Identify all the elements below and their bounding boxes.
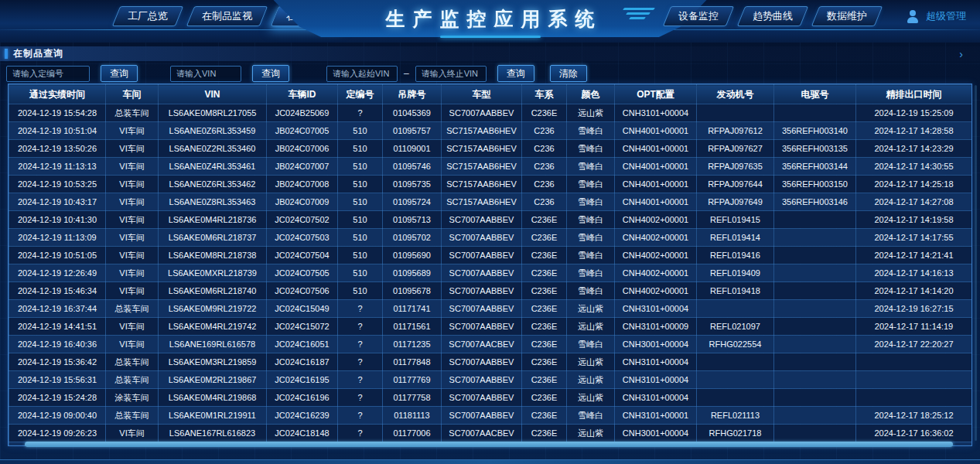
tab-data-maintenance[interactable]: 数据维护 — [811, 6, 883, 26]
table-cell: C236E — [522, 104, 567, 122]
table-cell — [774, 300, 856, 318]
tab-trend-curve[interactable]: 趋势曲线 — [737, 6, 809, 26]
table-cell: 01045369 — [383, 104, 442, 122]
table-row[interactable]: 2024-12-19 10:43:17VI车间LS6ANE0Z8RL353463… — [9, 193, 972, 211]
table-cell: SC7007AABBEV — [442, 104, 522, 122]
table-cell: LS6AKE0M6RL218737 — [159, 229, 267, 247]
table-row[interactable]: 2024-12-19 15:24:28涂装车间LS6AKE0M4RL219868… — [9, 389, 972, 407]
table-cell: JC024C16239 — [267, 407, 338, 425]
table-cell: SC7157AAB6HEV — [442, 176, 522, 193]
deco-lines-icon — [619, 8, 654, 23]
table-cell: 总装车间 — [106, 407, 159, 425]
table-cell: 2024-12-17 14:21:41 — [856, 247, 972, 264]
table-cell: 2024-12-19 16:37:44 — [9, 300, 106, 318]
table-cell — [774, 211, 856, 229]
table-cell: 2024-12-19 10:51:04 — [9, 122, 106, 140]
table-cell: SC7157AAB6HEV — [442, 140, 522, 158]
vin-end-input[interactable] — [415, 66, 487, 82]
vertical-scrollbar[interactable] — [975, 85, 977, 441]
table-row[interactable]: 2024-12-19 14:41:51VI车间LS6AKE0M4RL219742… — [9, 318, 972, 336]
vin-input[interactable] — [170, 66, 241, 82]
table-cell — [774, 407, 856, 425]
vin-start-input[interactable] — [326, 66, 398, 82]
table-cell: C236E — [522, 407, 567, 425]
table-cell: 510 — [338, 229, 383, 247]
table-row[interactable]: 2024-12-19 09:00:40总装车间LS6AKE0M1RL219911… — [9, 407, 972, 425]
search-toolbar: 查询 查询 – 查询 清除 — [6, 65, 587, 82]
table-row[interactable]: 2024-12-19 15:54:28总装车间LS6AKE0M8RL217055… — [9, 104, 972, 122]
table-cell: 远山紫 — [567, 371, 615, 389]
table-cell: REFL019415 — [697, 211, 774, 229]
fixed-number-input[interactable] — [6, 66, 90, 82]
table-cell: C236E — [522, 353, 567, 371]
range-separator: – — [404, 68, 409, 79]
table-cell: ? — [338, 318, 383, 336]
table-cell: CNH3101+00004 — [615, 389, 697, 407]
table-row[interactable]: 2024-12-19 13:50:26VI车间LS6ANE0Z2RL353460… — [9, 140, 972, 158]
table-cell: VI车间 — [106, 229, 159, 247]
table-cell: C236E — [522, 282, 567, 300]
clear-button[interactable]: 清除 — [550, 65, 587, 82]
table-cell: JC024C16195 — [267, 371, 338, 389]
table-cell: SC7007AABBEV — [442, 264, 522, 282]
table-cell: CNH4002+00001 — [615, 264, 697, 282]
table-cell: JC024C07506 — [267, 282, 338, 300]
table-row[interactable]: 2024-12-19 15:36:42总装车间LS6AKE0M3RL219859… — [9, 353, 972, 371]
table-cell: 雪峰白 — [567, 122, 615, 140]
table-row[interactable]: 2024-12-19 11:13:13VI车间LS6ANE0Z4RL353461… — [9, 158, 972, 176]
table-row[interactable]: 2024-12-19 15:46:34VI车间LS6AKE0M6RL218740… — [9, 282, 972, 300]
table-row[interactable]: 2024-12-19 10:41:30VI车间LS6AKE0M4RL218736… — [9, 211, 972, 229]
table-cell: 雪峰白 — [567, 211, 615, 229]
table-row[interactable]: 2024-12-19 10:51:05VI车间LS6AKE0M8RL218738… — [9, 247, 972, 264]
table-cell: SC7157AAB6HEV — [442, 193, 522, 211]
column-header: 发动机号 — [697, 85, 774, 104]
query-button-vin-range[interactable]: 查询 — [497, 65, 534, 82]
table-cell: 远山紫 — [567, 389, 615, 407]
column-header: OPT配置 — [615, 85, 697, 104]
table-row[interactable]: 2024-12-19 10:51:04VI车间LS6ANE0Z6RL353459… — [9, 122, 972, 140]
section-accent-bar — [5, 49, 8, 59]
table-row[interactable]: 2024-12-19 16:40:36VI车间LS6ANE169RL616578… — [9, 336, 972, 353]
table-cell: 01095735 — [383, 176, 442, 193]
table-cell: CNH4001+00001 — [615, 140, 697, 158]
table-cell — [856, 353, 972, 371]
table-cell: LS6ANE167RL616823 — [159, 425, 267, 442]
table-cell: SC7007AABBEV — [442, 247, 522, 264]
table-cell: 2024-12-17 14:17:55 — [856, 229, 972, 247]
query-button-vin[interactable]: 查询 — [252, 65, 289, 82]
table-header-row: 通过实绩时间车间VIN车辆ID定编号吊牌号车型车系颜色OPT配置发动机号电驱号精… — [9, 85, 972, 104]
tab-wip-monitor[interactable]: 在制品监视 — [186, 6, 268, 26]
table-row[interactable]: 2024-12-19 11:13:09VI车间LS6AKE0M6RL218737… — [9, 229, 972, 247]
horizontal-scrollbar[interactable] — [25, 442, 953, 447]
table-cell: LS6ANE0Z6RL353459 — [159, 122, 267, 140]
table-cell: LS6AKE0MXRL218739 — [159, 264, 267, 282]
table-row[interactable]: 2024-12-19 15:56:31总装车间LS6AKE0M2RL219867… — [9, 371, 972, 389]
column-header: 车型 — [442, 85, 522, 104]
table-cell: 雪峰白 — [567, 229, 615, 247]
chevron-right-icon[interactable]: › — [959, 49, 963, 60]
user-menu[interactable]: 超级管理 — [906, 9, 966, 23]
table-row[interactable]: 2024-12-19 09:26:23VI车间LS6ANE167RL616823… — [9, 425, 972, 442]
table-cell — [856, 371, 972, 389]
table-cell: 01171561 — [383, 318, 442, 336]
table-cell: REFL021113 — [697, 407, 774, 425]
table-row[interactable]: 2024-12-19 16:37:44总装车间LS6AKE0M9RL219722… — [9, 300, 972, 318]
table-cell: C236 — [522, 176, 567, 193]
table-cell: VI车间 — [106, 176, 159, 193]
table-cell: 总装车间 — [106, 104, 159, 122]
table-cell: JC024C07505 — [267, 264, 338, 282]
table-cell: VI车间 — [106, 264, 159, 282]
table-cell: RFPAJ097612 — [697, 122, 774, 140]
tab-equipment-monitor[interactable]: 设备监控 — [663, 6, 735, 26]
table-cell: 2024-12-17 14:14:20 — [856, 282, 972, 300]
table-row[interactable]: 2024-12-19 10:53:25VI车间LS6ANE0Z6RL353462… — [9, 176, 972, 193]
table-row[interactable]: 2024-12-19 12:26:49VI车间LS6AKE0MXRL218739… — [9, 264, 972, 282]
nav-right: 设备监控 趋势曲线 数据维护 — [667, 6, 879, 26]
query-button-fixed-number[interactable]: 查询 — [101, 65, 138, 82]
table-cell: ? — [338, 425, 383, 442]
tab-factory-overview[interactable]: 工厂总览 — [112, 6, 184, 26]
table-cell — [774, 282, 856, 300]
table-cell: LS6ANE169RL616578 — [159, 336, 267, 353]
table-cell: CNH3101+00001 — [615, 407, 697, 425]
table-cell: 远山紫 — [567, 104, 615, 122]
